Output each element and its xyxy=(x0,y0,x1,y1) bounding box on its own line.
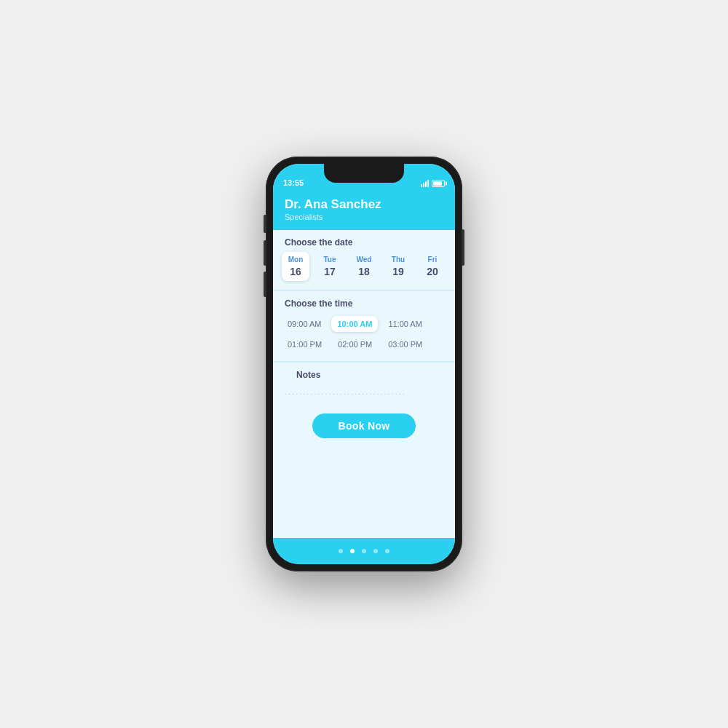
volume-up-button xyxy=(264,240,266,266)
date-item-tue[interactable]: Tue 17 xyxy=(316,252,344,281)
notes-section-title: Notes xyxy=(285,363,443,384)
time-slot-0300pm[interactable]: 03:00 PM xyxy=(382,336,428,352)
bottom-nav xyxy=(273,538,455,564)
phone-notch xyxy=(324,164,404,183)
screen-content: Dr. Ana Sanchez Specialists Choose the d… xyxy=(273,190,455,538)
book-button-container: Book Now xyxy=(273,406,455,448)
time-section-title: Choose the time xyxy=(273,291,455,313)
time-slot-0900am[interactable]: 09:00 AM xyxy=(282,316,327,332)
time-slot-0200pm[interactable]: 02:00 PM xyxy=(332,336,378,352)
time-slot-1100am[interactable]: 11:00 AM xyxy=(382,316,427,332)
time-slot-0100pm[interactable]: 01:00 PM xyxy=(282,336,328,352)
notes-section: Notes ................................. xyxy=(273,363,455,405)
book-now-button[interactable]: Book Now xyxy=(312,414,416,438)
date-item-fri[interactable]: Fri 20 xyxy=(419,252,446,281)
phone-frame: 13:55 Dr. Ana Sanchez Specialists xyxy=(266,157,462,571)
nav-dot-1[interactable] xyxy=(339,549,343,553)
phone-screen: 13:55 Dr. Ana Sanchez Specialists xyxy=(273,164,455,564)
power-button xyxy=(462,229,464,266)
date-section: Choose the date Mon 16 Tue 17 Wed 18 xyxy=(273,230,455,288)
day-label-wed: Wed xyxy=(357,256,372,264)
time-slot-1000am[interactable]: 10:00 AM xyxy=(331,316,378,332)
date-item-wed[interactable]: Wed 18 xyxy=(350,252,378,281)
volume-down-button xyxy=(264,272,266,297)
nav-dot-4[interactable] xyxy=(373,549,378,553)
signal-icon xyxy=(421,180,429,187)
day-label-mon: Mon xyxy=(288,256,304,264)
date-num-wed: 18 xyxy=(358,266,370,277)
date-section-title: Choose the date xyxy=(273,230,455,252)
nav-dot-2[interactable] xyxy=(350,549,355,553)
date-grid: Mon 16 Tue 17 Wed 18 Thu 19 xyxy=(273,252,455,288)
date-item-thu[interactable]: Thu 19 xyxy=(384,252,412,281)
doctor-specialty: Specialists xyxy=(285,213,443,221)
status-time: 13:55 xyxy=(283,178,304,187)
battery-icon xyxy=(432,180,445,187)
doctor-header: Dr. Ana Sanchez Specialists xyxy=(273,190,455,230)
day-label-fri: Fri xyxy=(428,256,438,264)
day-label-tue: Tue xyxy=(323,256,336,264)
date-num-thu: 19 xyxy=(392,266,404,277)
notes-placeholder[interactable]: ................................. xyxy=(285,387,443,396)
date-num-mon: 16 xyxy=(290,266,301,277)
nav-dot-3[interactable] xyxy=(362,549,366,553)
battery-fill xyxy=(433,181,442,186)
status-icons xyxy=(421,180,445,187)
time-grid: 09:00 AM 10:00 AM 11:00 AM 01:00 PM 02:0… xyxy=(273,313,455,360)
date-num-tue: 17 xyxy=(324,266,336,277)
time-section: Choose the time 09:00 AM 10:00 AM 11:00 … xyxy=(273,291,455,360)
day-label-thu: Thu xyxy=(392,256,405,264)
nav-dot-5[interactable] xyxy=(385,549,389,553)
date-item-mon[interactable]: Mon 16 xyxy=(282,252,309,281)
date-num-fri: 20 xyxy=(427,266,438,277)
silent-button xyxy=(264,215,266,233)
doctor-name: Dr. Ana Sanchez xyxy=(285,197,443,212)
